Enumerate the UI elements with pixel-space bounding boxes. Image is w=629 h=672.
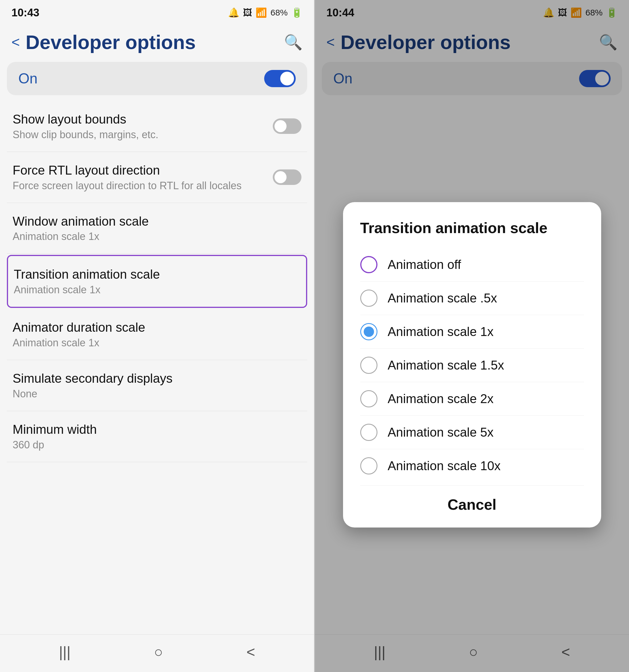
- radio-option-scale-5x[interactable]: Animation scale 5x: [360, 416, 584, 449]
- radio-label-0: Animation off: [388, 258, 461, 272]
- status-icons-left: 🔔 🖼 📶 68% 🔋: [228, 7, 303, 18]
- radio-option-scale-2x[interactable]: Animation scale 2x: [360, 382, 584, 416]
- setting-animator-duration-scale[interactable]: Animator duration scale Animation scale …: [7, 309, 307, 360]
- setting-minimum-width[interactable]: Minimum width 360 dp: [7, 411, 307, 462]
- radio-circle-0[interactable]: [360, 256, 377, 273]
- setting-title-1: Force RTL layout direction: [13, 163, 273, 178]
- radio-circle-6[interactable]: [360, 457, 377, 475]
- battery-icon: 📶: [256, 7, 267, 18]
- setting-title-4: Animator duration scale: [13, 320, 301, 335]
- setting-subtitle-0: Show clip bounds, margins, etc.: [13, 129, 273, 141]
- radio-option-scale-10x[interactable]: Animation scale 10x: [360, 449, 584, 482]
- setting-force-rtl[interactable]: Force RTL layout direction Force screen …: [7, 152, 307, 203]
- setting-title-5: Simulate secondary displays: [13, 371, 301, 386]
- setting-title-2: Window animation scale: [13, 214, 301, 229]
- radio-label-5: Animation scale 5x: [388, 425, 494, 439]
- right-panel: 10:44 🔔 🖼 📶 68% 🔋 < Developer options 🔍 …: [315, 0, 629, 672]
- bottom-nav-left: ||| ○ <: [0, 634, 314, 672]
- settings-list-left: Show layout bounds Show clip bounds, mar…: [0, 101, 314, 634]
- radio-circle-4[interactable]: [360, 390, 377, 407]
- nav-back-left[interactable]: <: [247, 643, 255, 661]
- search-button-left[interactable]: 🔍: [284, 33, 303, 51]
- setting-subtitle-6: 360 dp: [13, 439, 301, 451]
- animation-scale-dialog: Transition animation scale Animation off…: [343, 202, 601, 528]
- radio-option-scale-1x[interactable]: Animation scale 1x: [360, 315, 584, 349]
- nav-menu-left[interactable]: |||: [59, 643, 71, 661]
- dialog-overlay: Transition animation scale Animation off…: [315, 0, 629, 672]
- setting-subtitle-2: Animation scale 1x: [13, 231, 301, 243]
- page-title-left: Developer options: [25, 31, 278, 53]
- setting-transition-animation-scale[interactable]: Transition animation scale Animation sca…: [7, 255, 307, 308]
- setting-title-0: Show layout bounds: [13, 112, 273, 127]
- setting-subtitle-5: None: [13, 388, 301, 400]
- time-left: 10:43: [11, 7, 39, 19]
- setting-show-layout-bounds[interactable]: Show layout bounds Show clip bounds, mar…: [7, 101, 307, 152]
- setting-subtitle-3: Animation scale 1x: [14, 284, 300, 296]
- left-panel: 10:43 🔔 🖼 📶 68% 🔋 < Developer options 🔍 …: [0, 0, 315, 672]
- image-icon: 🖼: [243, 7, 252, 18]
- radio-circle-5[interactable]: [360, 424, 377, 441]
- radio-label-2: Animation scale 1x: [388, 325, 494, 339]
- radio-label-3: Animation scale 1.5x: [388, 358, 504, 373]
- setting-subtitle-4: Animation scale 1x: [13, 337, 301, 349]
- on-toggle-left[interactable]: [264, 70, 296, 87]
- header-left: < Developer options 🔍: [0, 23, 314, 59]
- radio-circle-2[interactable]: [360, 323, 377, 340]
- notification-icon: 🔔: [228, 7, 239, 18]
- toggle-force-rtl[interactable]: [273, 169, 301, 185]
- status-bar-left: 10:43 🔔 🖼 📶 68% 🔋: [0, 0, 314, 23]
- setting-simulate-secondary-displays[interactable]: Simulate secondary displays None: [7, 360, 307, 411]
- setting-subtitle-1: Force screen layout direction to RTL for…: [13, 180, 273, 192]
- on-toggle-row-left[interactable]: On: [7, 62, 307, 95]
- toggle-show-layout-bounds[interactable]: [273, 118, 301, 134]
- radio-label-1: Animation scale .5x: [388, 291, 497, 305]
- setting-window-animation-scale[interactable]: Window animation scale Animation scale 1…: [7, 203, 307, 254]
- setting-title-3: Transition animation scale: [14, 267, 300, 282]
- radio-option-animation-off[interactable]: Animation off: [360, 248, 584, 282]
- back-button-left[interactable]: <: [11, 34, 20, 50]
- setting-title-6: Minimum width: [13, 422, 301, 437]
- nav-home-left[interactable]: ○: [154, 643, 163, 661]
- radio-label-4: Animation scale 2x: [388, 392, 494, 406]
- radio-option-scale-05x[interactable]: Animation scale .5x: [360, 282, 584, 315]
- radio-option-scale-15x[interactable]: Animation scale 1.5x: [360, 349, 584, 382]
- cancel-button[interactable]: Cancel: [360, 485, 584, 516]
- radio-label-6: Animation scale 10x: [388, 459, 501, 473]
- radio-circle-3[interactable]: [360, 357, 377, 374]
- dialog-title: Transition animation scale: [360, 219, 584, 237]
- battery-left: 68%: [271, 8, 288, 18]
- radio-circle-1[interactable]: [360, 290, 377, 307]
- battery-full-icon: 🔋: [291, 7, 303, 18]
- on-label-left: On: [18, 70, 38, 87]
